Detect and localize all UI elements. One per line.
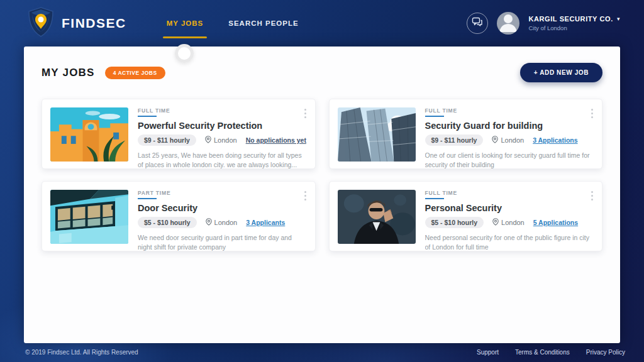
job-image-bodyguard — [338, 190, 416, 244]
pay-badge: $9 - $11 hourly — [138, 134, 196, 146]
job-type-underline — [138, 198, 157, 199]
tab-search-people[interactable]: SEARCH PEOPLE — [227, 16, 299, 31]
job-type-label: FULL TIME — [138, 107, 307, 117]
footer-link-terms[interactable]: Terms & Conditions — [515, 349, 570, 356]
job-description: One of our client is looking for securit… — [425, 151, 594, 170]
location-pin-icon — [492, 136, 498, 145]
add-new-job-button[interactable]: + ADD NEW JOB — [520, 63, 602, 82]
page-title: MY JOBS — [42, 67, 95, 79]
job-meta: $9 - $11 hourly London 3 Applications — [425, 134, 594, 146]
applications-link[interactable]: 3 Applications — [533, 136, 577, 144]
user-menu[interactable]: KARGIL SECURITY CO. ▾ City of London — [528, 15, 620, 31]
page-footer: © 2019 Findsec Ltd. All Rights Reserved … — [0, 343, 644, 362]
active-jobs-badge: 4 ACTIVE JOBS — [105, 67, 165, 79]
job-description: We need door security guard in part time… — [138, 233, 307, 252]
brand-name: FINDSEC — [62, 16, 126, 31]
avatar[interactable] — [497, 12, 519, 35]
job-title: Security Guard for building — [425, 121, 594, 131]
logo-shield-icon — [28, 7, 54, 40]
job-card-body: PART TIME Door Security $5 - $10 hourly … — [138, 190, 307, 243]
job-meta: $9 - $11 hourly London No applications y… — [138, 134, 307, 146]
footer-link-support[interactable]: Support — [477, 349, 499, 356]
job-type-label: FULL TIME — [425, 107, 594, 117]
job-image-lobby-interior — [50, 190, 128, 244]
job-meta: $5 - $10 hourly London 5 Applications — [425, 217, 594, 228]
job-card-powerful-security-protection[interactable]: FULL TIME Powerful Security Protection $… — [42, 99, 316, 169]
job-description: Need personal security for one of the pu… — [425, 233, 594, 252]
job-title: Door Security — [138, 203, 307, 213]
kebab-menu-icon[interactable] — [589, 107, 595, 120]
panel-header: MY JOBS 4 ACTIVE JOBS + ADD NEW JOB — [24, 47, 620, 82]
user-location: City of London — [528, 25, 620, 31]
caret-down-icon: ▾ — [617, 16, 620, 22]
job-type-underline — [425, 116, 444, 117]
location-pin-icon — [205, 136, 211, 145]
job-card-body: FULL TIME Personal Security $5 - $10 hou… — [425, 190, 594, 243]
job-card-security-guard-for-building[interactable]: FULL TIME Security Guard for building $9… — [329, 99, 603, 169]
tab-my-jobs-label: MY JOBS — [167, 19, 204, 27]
tab-search-people-label: SEARCH PEOPLE — [228, 19, 298, 27]
job-location: London — [205, 136, 237, 145]
loading-spinner — [175, 44, 194, 63]
footer-links: Support Terms & Conditions Privacy Polic… — [477, 349, 625, 356]
job-card-body: FULL TIME Security Guard for building $9… — [425, 107, 594, 160]
job-type-label: PART TIME — [138, 190, 307, 199]
content-panel: MY JOBS 4 ACTIVE JOBS + ADD NEW JOB — [24, 47, 620, 343]
applications-link[interactable]: 5 Applications — [533, 219, 578, 226]
top-header: FINDSEC MY JOBS SEARCH PEOPLE — [0, 0, 644, 47]
applications-link[interactable]: 3 Applicants — [246, 219, 285, 226]
kebab-menu-icon[interactable] — [589, 189, 595, 202]
job-image-orange-building — [50, 107, 128, 162]
job-location: London — [492, 218, 525, 227]
messages-button[interactable] — [467, 13, 488, 34]
person-icon — [497, 12, 519, 35]
job-card-personal-security[interactable]: FULL TIME Personal Security $5 - $10 hou… — [329, 181, 603, 251]
tab-my-jobs[interactable]: MY JOBS — [165, 16, 205, 31]
location-pin-icon — [492, 218, 499, 227]
job-title: Personal Security — [425, 203, 594, 213]
job-image-skyscraper — [338, 107, 416, 162]
page-background: FINDSEC MY JOBS SEARCH PEOPLE — [0, 0, 644, 362]
chat-icon — [472, 17, 483, 30]
job-type-underline — [425, 198, 444, 199]
job-card-body: FULL TIME Powerful Security Protection $… — [138, 107, 307, 160]
job-type-label: FULL TIME — [425, 190, 594, 199]
copyright-text: © 2019 Findsec Ltd. All Rights Reserved — [25, 349, 138, 356]
job-meta: $5 - $10 hourly London 3 Applicants — [138, 217, 307, 228]
job-description: Last 25 years, We have been doing securi… — [138, 151, 307, 170]
footer-link-privacy[interactable]: Privacy Policy — [586, 349, 625, 356]
pay-badge: $9 - $11 hourly — [425, 134, 484, 146]
main-nav: MY JOBS SEARCH PEOPLE — [165, 0, 300, 47]
applications-link[interactable]: No applications yet — [246, 136, 306, 144]
location-pin-icon — [206, 218, 212, 227]
job-location: London — [492, 136, 524, 145]
job-card-door-security[interactable]: PART TIME Door Security $5 - $10 hourly … — [42, 181, 316, 251]
job-title: Powerful Security Protection — [138, 121, 307, 131]
jobs-grid: FULL TIME Powerful Security Protection $… — [42, 99, 602, 251]
brand[interactable]: FINDSEC — [28, 7, 126, 40]
job-type-underline — [138, 116, 157, 117]
user-name: KARGIL SECURITY CO. — [528, 15, 613, 23]
kebab-menu-icon[interactable] — [303, 107, 308, 120]
kebab-menu-icon[interactable] — [303, 189, 308, 202]
job-location: London — [206, 218, 238, 227]
pay-badge: $5 - $10 hourly — [138, 217, 197, 228]
header-right: KARGIL SECURITY CO. ▾ City of London — [467, 12, 620, 35]
pay-badge: $5 - $10 hourly — [425, 217, 484, 228]
